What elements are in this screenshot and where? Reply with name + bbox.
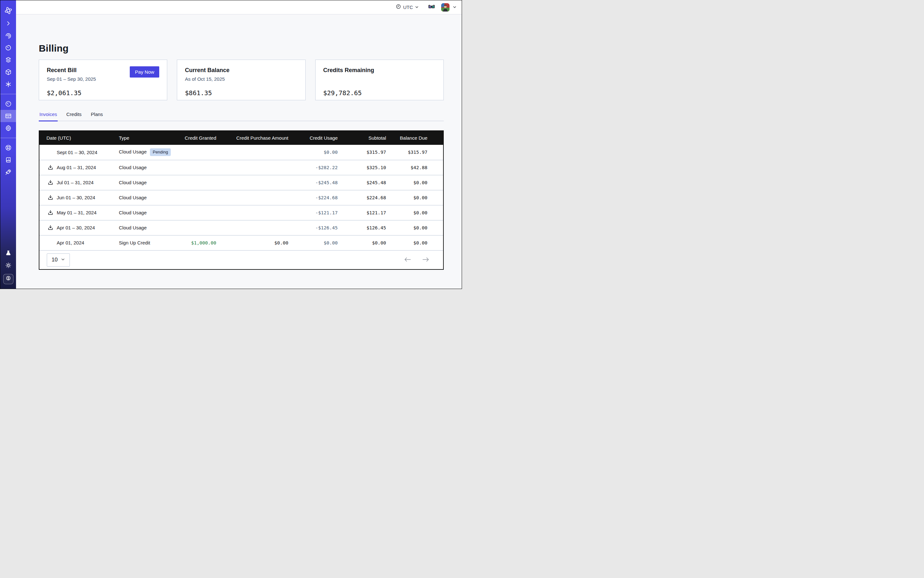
sidebar-item-packages[interactable] <box>0 66 16 78</box>
download-invoice-icon[interactable] <box>47 195 54 201</box>
table-row: Aug 01 – 31, 2024Cloud Usage-$282.22$325… <box>39 160 443 175</box>
billing-tabs: Invoices Credits Plans <box>39 111 444 121</box>
avatar[interactable] <box>441 3 450 11</box>
invoice-date: Jun 01 – 30, 2024 <box>57 195 95 200</box>
download-invoice-icon[interactable] <box>47 209 54 216</box>
column-header: Date (UTC) <box>39 131 119 145</box>
card-amount: $2,061.35 <box>47 89 159 97</box>
invoice-date: Apr 01, 2024 <box>57 240 84 245</box>
credit-granted-value <box>173 160 216 175</box>
summary-cards: Recent Bill Sep 01 – Sep 30, 2025 $2,061… <box>39 60 444 100</box>
theme-sun-icon <box>5 262 12 269</box>
sidebar-item-labs[interactable] <box>0 247 16 259</box>
account-menu-button[interactable] <box>453 5 456 10</box>
invoices-table: Date (UTC)TypeCredit GrantedCredit Purch… <box>39 131 443 250</box>
tab-invoices[interactable]: Invoices <box>39 111 58 121</box>
logo-orbit-icon[interactable] <box>3 6 13 15</box>
rocket-icon <box>5 169 12 175</box>
sidebar-item-dashboard[interactable] <box>0 98 16 110</box>
download-invoice-icon[interactable] <box>47 164 54 170</box>
pay-now-button[interactable]: Pay Now <box>130 66 159 78</box>
balance-due-value: $0.00 <box>386 175 443 190</box>
monitor-eye-icon <box>5 32 12 39</box>
tab-plans[interactable]: Plans <box>90 111 104 121</box>
page-size-select[interactable]: 10 <box>47 253 70 266</box>
layers-icon <box>5 57 12 63</box>
column-header: Credit Usage <box>288 131 338 145</box>
chevron-down-icon <box>415 5 419 10</box>
table-row: Sept 01 – 30, 2024Cloud UsagePending$0.0… <box>39 145 443 160</box>
subtotal-value: $121.17 <box>338 205 386 220</box>
credit-granted-value <box>173 190 216 205</box>
app-window: UTC <box>0 0 462 289</box>
pagination-bar: 10 <box>39 250 443 269</box>
subtotal-value: $325.10 <box>338 160 386 175</box>
download-invoice-icon[interactable] <box>47 179 54 185</box>
balance-due-value: $0.00 <box>386 205 443 220</box>
credit-usage-value: -$245.48 <box>288 175 338 190</box>
credit-granted-value <box>173 220 216 235</box>
invoice-type: Cloud Usage <box>119 210 147 215</box>
credit-purchase-value <box>216 175 288 190</box>
credit-purchase-value <box>216 145 288 160</box>
balance-due-value: $0.00 <box>386 235 443 250</box>
billing-card-icon <box>5 112 12 120</box>
sidebar-item-settings[interactable] <box>0 122 16 134</box>
invoice-date: Sept 01 – 30, 2024 <box>57 149 97 155</box>
invoice-type: Cloud Usage <box>119 225 147 231</box>
invoice-date: Apr 01 – 30, 2024 <box>57 225 95 231</box>
table-row: Apr 01, 2024Sign Up Credit$1,000.00$0.00… <box>39 235 443 250</box>
next-page-button[interactable] <box>422 257 429 263</box>
sidebar-item-docs[interactable] <box>0 154 16 166</box>
card-subtitle: As of Oct 15, 2025 <box>185 76 297 82</box>
credit-usage-value: -$224.68 <box>288 190 338 205</box>
current-balance-card: Current Balance As of Oct 15, 2025 $861.… <box>177 60 305 100</box>
credits-button[interactable] <box>3 274 13 284</box>
download-invoice-icon[interactable] <box>47 225 54 231</box>
settings-gear-icon <box>5 125 12 132</box>
sidebar-item-theme[interactable] <box>0 259 16 271</box>
credit-usage-value: -$282.22 <box>288 160 338 175</box>
credit-purchase-value <box>216 160 288 175</box>
credit-purchase-value <box>216 190 288 205</box>
sidebar-item-billing[interactable] <box>0 110 16 122</box>
3d-glasses-icon <box>428 3 435 12</box>
credits-remaining-card: Credits Remaining $29,782.65 <box>315 60 444 100</box>
invoice-type: Cloud Usage <box>119 165 147 170</box>
timezone-label: UTC <box>403 5 413 10</box>
invoice-date: Jul 01 – 31, 2024 <box>57 180 94 185</box>
sidebar-item-expand[interactable] <box>0 17 16 29</box>
sidebar-item-monitoring[interactable] <box>0 29 16 42</box>
sidebar-item-history[interactable] <box>0 42 16 54</box>
dashboard-gauge-icon <box>5 100 12 107</box>
sidebar-item-layers[interactable] <box>0 54 16 66</box>
column-header: Type <box>119 131 173 145</box>
tab-credits[interactable]: Credits <box>66 111 82 121</box>
column-header: Credit Purchase Amount <box>216 131 288 145</box>
sidebar-item-support[interactable] <box>0 141 16 154</box>
sidebar-item-services[interactable] <box>0 78 16 90</box>
balance-due-value: $315.97 <box>386 145 443 160</box>
support-wheel-icon <box>5 144 12 151</box>
page-title: Billing <box>39 42 444 54</box>
balance-due-value: $0.00 <box>386 220 443 235</box>
credit-purchase-value <box>216 220 288 235</box>
credit-purchase-value: $0.00 <box>216 235 288 250</box>
column-header: Balance Due <box>386 131 443 145</box>
card-amount: $861.35 <box>185 89 297 97</box>
prev-page-button[interactable] <box>404 257 411 263</box>
table-row: May 01 – 31, 2024Cloud Usage-$121.17$121… <box>39 205 443 220</box>
view-mode-button[interactable] <box>428 3 435 12</box>
subtotal-value: $224.68 <box>338 190 386 205</box>
flask-icon <box>5 250 12 257</box>
sidebar <box>0 0 16 289</box>
invoice-type: Sign Up Credit <box>119 240 150 245</box>
sidebar-item-launch[interactable] <box>0 166 16 178</box>
credit-usage-value: $0.00 <box>288 235 338 250</box>
column-header: Subtotal <box>338 131 386 145</box>
table-row: Jun 01 – 30, 2024Cloud Usage-$224.68$224… <box>39 190 443 205</box>
credit-granted-value: $1,000.00 <box>173 235 216 250</box>
timezone-selector[interactable]: UTC <box>396 4 419 11</box>
credit-purchase-value <box>216 205 288 220</box>
table-row: Jul 01 – 31, 2024Cloud Usage-$245.48$245… <box>39 175 443 190</box>
